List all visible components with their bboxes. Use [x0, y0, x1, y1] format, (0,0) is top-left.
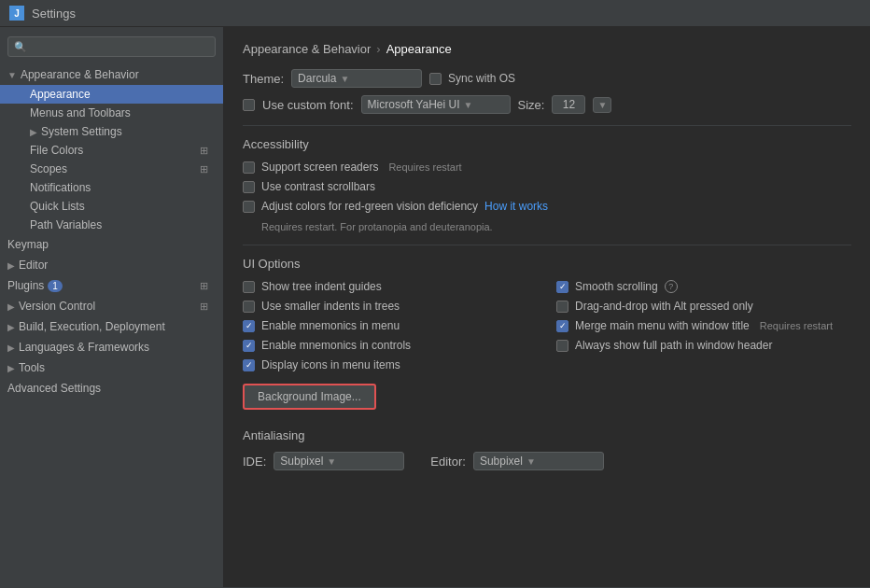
- sidebar-label-system-settings: System Settings: [41, 125, 122, 138]
- sidebar-item-languages[interactable]: ▶ Languages & Frameworks: [0, 337, 223, 357]
- sidebar-item-build-execution[interactable]: ▶ Build, Execution, Deployment: [0, 316, 223, 337]
- arrow-icon-editor: ▶: [7, 260, 15, 271]
- custom-font-checkbox[interactable]: [243, 99, 255, 111]
- mnemonics-menu-label: Enable mnemonics in menu: [261, 319, 400, 332]
- background-image-button[interactable]: Background Image...: [243, 384, 376, 410]
- sidebar-item-keymap[interactable]: Keymap: [0, 234, 223, 255]
- contrast-scrollbars-label: Use contrast scrollbars: [261, 180, 375, 193]
- theme-dropdown[interactable]: Darcula ▼: [291, 69, 422, 88]
- smooth-scrolling-label: Smooth scrolling: [575, 280, 658, 293]
- sidebar-label-tools: Tools: [19, 361, 45, 374]
- display-icons-checkbox[interactable]: [243, 359, 255, 371]
- editor-dropdown-arrow: ▼: [526, 456, 536, 467]
- sidebar-item-appearance[interactable]: Appearance: [0, 85, 223, 104]
- adjust-colors-checkbox[interactable]: [243, 201, 255, 213]
- sidebar-label-build-execution: Build, Execution, Deployment: [19, 320, 165, 333]
- ide-dropdown[interactable]: Subpixel ▼: [274, 452, 404, 470]
- smaller-indents-checkbox[interactable]: [243, 301, 255, 313]
- theme-dropdown-arrow: ▼: [340, 74, 349, 84]
- sidebar-item-advanced-settings[interactable]: Advanced Settings: [0, 378, 223, 399]
- scopes-icon: ⊞: [200, 163, 208, 175]
- mnemonics-controls-label: Enable mnemonics in controls: [261, 339, 411, 352]
- sidebar-item-menus-toolbars[interactable]: Menus and Toolbars: [0, 104, 223, 122]
- theme-value: Darcula: [298, 72, 336, 85]
- sidebar-item-editor[interactable]: ▶ Editor: [0, 255, 223, 275]
- show-tree-indent-label: Show tree indent guides: [261, 280, 382, 293]
- mnemonics-menu-checkbox[interactable]: [243, 320, 255, 332]
- sidebar-label-plugins: Plugins: [7, 279, 44, 292]
- editor-dropdown[interactable]: Subpixel ▼: [473, 452, 604, 470]
- sidebar-label-quick-lists: Quick Lists: [30, 200, 85, 213]
- vc-icon: ⊞: [200, 301, 208, 313]
- search-icon: 🔍: [14, 41, 27, 53]
- requires-restart-2: Requires restart. For protanopia and deu…: [261, 221, 493, 232]
- sidebar: 🔍 ▼ Appearance & Behavior Appearance Men…: [0, 27, 224, 587]
- file-colors-icon: ⊞: [200, 145, 208, 157]
- size-spinner-arrow: ▼: [597, 100, 607, 110]
- sync-os-checkbox[interactable]: [429, 73, 442, 85]
- sidebar-item-path-variables[interactable]: Path Variables: [0, 216, 223, 234]
- editor-label: Editor:: [430, 455, 466, 469]
- sidebar-item-notifications[interactable]: Notifications: [0, 178, 223, 197]
- sidebar-label-notifications: Notifications: [30, 181, 91, 194]
- sidebar-item-quick-lists[interactable]: Quick Lists: [0, 197, 223, 216]
- search-box[interactable]: 🔍: [7, 36, 216, 57]
- font-value: Microsoft YaHei UI: [368, 98, 460, 111]
- smooth-scrolling-help[interactable]: ?: [665, 280, 678, 293]
- ide-dropdown-arrow: ▼: [327, 456, 336, 467]
- search-input[interactable]: [31, 40, 209, 53]
- drag-drop-label: Drag-and-drop with Alt pressed only: [575, 300, 753, 313]
- arrow-icon-system: ▶: [30, 127, 37, 137]
- screen-readers-label: Support screen readers: [261, 161, 378, 174]
- screen-readers-checkbox[interactable]: [243, 161, 255, 174]
- antialiasing-title: Antialiasing: [243, 428, 851, 442]
- arrow-icon-vc: ▶: [7, 301, 15, 312]
- sidebar-label-version-control: Version Control: [19, 300, 95, 313]
- merge-menu-checkbox[interactable]: [556, 320, 568, 332]
- content-area: Appearance & Behavior › Appearance Theme…: [224, 27, 870, 587]
- breadcrumb: Appearance & Behavior › Appearance: [243, 42, 851, 56]
- always-show-path-checkbox[interactable]: [556, 340, 568, 352]
- sidebar-item-appearance-behavior[interactable]: ▼ Appearance & Behavior: [0, 64, 223, 85]
- mnemonics-controls-checkbox[interactable]: [243, 340, 255, 352]
- title-bar: J Settings: [0, 0, 870, 27]
- sidebar-item-scopes[interactable]: Scopes ⊞: [0, 160, 223, 178]
- sync-os-label: Sync with OS: [448, 72, 515, 85]
- arrow-icon-lang: ▶: [7, 343, 15, 353]
- smooth-scrolling-checkbox[interactable]: [556, 281, 568, 293]
- contrast-scrollbars-checkbox[interactable]: [243, 181, 255, 193]
- font-dropdown[interactable]: Microsoft YaHei UI ▼: [361, 95, 511, 114]
- always-show-path-label: Always show full path in window header: [575, 339, 772, 352]
- app-icon: J: [9, 6, 24, 21]
- sidebar-label-languages: Languages & Frameworks: [19, 341, 149, 354]
- sidebar-item-file-colors[interactable]: File Colors ⊞: [0, 141, 223, 160]
- show-tree-indent-checkbox[interactable]: [243, 281, 255, 293]
- breadcrumb-part2: Appearance: [386, 42, 452, 56]
- breadcrumb-part1: Appearance & Behavior: [243, 42, 371, 56]
- how-it-works-link[interactable]: How it works: [484, 200, 548, 213]
- merge-menu-label: Merge main menu with window title: [575, 319, 750, 332]
- sidebar-item-tools[interactable]: ▶ Tools: [0, 357, 223, 378]
- theme-label: Theme:: [243, 72, 284, 86]
- window-title: Settings: [32, 7, 76, 21]
- font-dropdown-arrow: ▼: [463, 100, 472, 110]
- drag-drop-checkbox[interactable]: [556, 301, 568, 313]
- ui-options-title: UI Options: [243, 257, 851, 271]
- sidebar-label-keymap: Keymap: [7, 238, 49, 251]
- requires-restart-1: Requires restart: [388, 161, 461, 173]
- sidebar-label-editor: Editor: [19, 259, 48, 272]
- arrow-icon-tools: ▶: [7, 363, 15, 373]
- size-spinner[interactable]: ▼: [593, 97, 611, 113]
- size-input[interactable]: [552, 95, 585, 114]
- sidebar-label-path-variables: Path Variables: [30, 218, 102, 231]
- editor-value: Subpixel: [480, 455, 523, 468]
- adjust-colors-label: Adjust colors for red-green vision defic…: [261, 200, 478, 213]
- sidebar-item-plugins[interactable]: Plugins 1 ⊞: [0, 275, 223, 296]
- size-label: Size:: [518, 98, 545, 112]
- requires-restart-3: Requires restart: [760, 320, 833, 331]
- sidebar-label-advanced-settings: Advanced Settings: [7, 382, 101, 395]
- sidebar-label-menus-toolbars: Menus and Toolbars: [30, 106, 131, 119]
- sidebar-item-version-control[interactable]: ▶ Version Control ⊞: [0, 296, 223, 316]
- sidebar-item-system-settings[interactable]: ▶ System Settings: [0, 122, 223, 141]
- ide-label: IDE:: [243, 455, 266, 469]
